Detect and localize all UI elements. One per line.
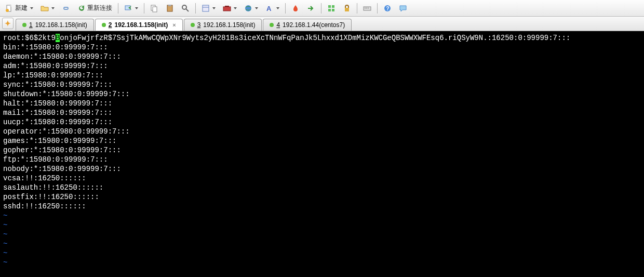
svg-rect-24: [368, 8, 369, 8]
font-icon: A: [265, 4, 274, 12]
terminal-line: halt:*:15980:0:99999:7:::: [3, 99, 112, 108]
svg-rect-16: [328, 5, 331, 8]
search-button[interactable]: [178, 2, 193, 15]
svg-rect-21: [364, 7, 371, 10]
vim-tilde: ~: [3, 221, 7, 229]
svg-rect-18: [328, 9, 331, 11]
status-dot-icon: [102, 23, 106, 27]
properties-icon: [202, 4, 210, 12]
vim-tilde: ~: [3, 212, 7, 220]
svg-point-2: [6, 9, 9, 12]
terminal-line: daemon:*:15980:0:99999:7:::: [3, 52, 121, 61]
svg-text:A: A: [266, 5, 272, 12]
dropdown-icon: [255, 7, 258, 9]
terminal-line: mail:*:15980:0:99999:7:::: [3, 109, 112, 117]
reconnect-button[interactable]: 重新连接: [74, 2, 115, 15]
terminal-line: gopher:*:15980:0:99999:7:::: [3, 146, 121, 154]
tab-number: 3: [197, 21, 201, 29]
tab-bar: ✦ 1 192.168.1.158(init) 2 192.168.1.158(…: [0, 17, 644, 31]
svg-rect-7: [168, 5, 171, 6]
globe-button[interactable]: [241, 2, 261, 15]
terminal-line: uucp:*:15980:0:99999:7:::: [3, 118, 112, 126]
search-icon: [181, 4, 190, 12]
copy-button[interactable]: [147, 2, 162, 15]
refresh-icon: [77, 4, 86, 12]
bubble-icon: [399, 4, 407, 12]
tab-label: 192.168.1.158(init): [203, 21, 255, 29]
vim-tilde: ~: [3, 249, 7, 257]
terminal-output[interactable]: root:$6$2kt9BonjoFwjrfzR$7SsjTkAMwCQWpXN…: [0, 31, 644, 277]
terminal-line: vcsa:!!:16250::::::: [3, 174, 86, 182]
svg-rect-13: [225, 6, 229, 7]
link-button[interactable]: [59, 2, 73, 15]
new-button[interactable]: 新建: [2, 2, 36, 15]
separator: [377, 3, 378, 14]
svg-rect-22: [365, 8, 366, 8]
separator: [321, 3, 321, 14]
terminal-line: ftp:*:15980:0:99999:7:::: [3, 155, 108, 164]
tab-4[interactable]: 4 192.168.1.44(centos7): [263, 19, 352, 31]
tile-button[interactable]: [324, 2, 339, 15]
terminal-line: operator:*:15980:0:99999:7:::: [3, 127, 130, 136]
link-icon: [62, 4, 70, 12]
vim-tilde: ~: [3, 230, 7, 239]
dropdown-icon: [276, 7, 279, 9]
new-label: 新建: [15, 4, 28, 12]
terminal-line: root:$6$2kt9BonjoFwjrfzR$7SsjTkAMwCQWpXN…: [3, 34, 570, 42]
svg-line-9: [186, 9, 189, 11]
lock-button[interactable]: [340, 2, 354, 15]
tools-icon: [223, 4, 231, 12]
send-button[interactable]: [121, 2, 141, 15]
dropdown-icon: [30, 7, 33, 9]
tab-2[interactable]: 2 192.168.1.158(init) ×: [95, 19, 183, 31]
svg-rect-19: [332, 9, 334, 11]
send-file-button[interactable]: [304, 2, 318, 15]
new-icon: [5, 4, 14, 12]
grid-icon: [327, 4, 336, 12]
separator: [144, 3, 144, 14]
font-button[interactable]: A: [262, 2, 283, 15]
separator: [195, 3, 196, 14]
svg-rect-10: [203, 5, 209, 11]
dropdown-icon: [234, 7, 237, 9]
fire-icon: [291, 4, 300, 12]
arrow-right-icon: [307, 4, 315, 12]
separator: [357, 3, 357, 14]
open-button[interactable]: [37, 2, 58, 15]
keyboard-button[interactable]: [360, 2, 374, 15]
tab-label: 192.168.1.158(init): [35, 21, 87, 29]
svg-rect-1: [10, 5, 11, 7]
svg-text:?: ?: [386, 6, 390, 11]
separator: [285, 3, 286, 14]
terminal-line: shutdown:*:15980:0:99999:7:::: [3, 90, 130, 98]
status-dot-icon: [22, 23, 26, 27]
properties-button[interactable]: [198, 2, 219, 15]
plus-icon: ✦: [5, 19, 11, 28]
tab-number: 4: [276, 21, 280, 29]
add-tab-button[interactable]: ✦: [2, 18, 14, 29]
tab-3[interactable]: 3 192.168.1.158(init): [184, 19, 262, 31]
tools-button[interactable]: [220, 2, 240, 15]
status-dot-icon: [270, 23, 274, 27]
terminal-line: nobody:*:15980:0:99999:7:::: [3, 165, 121, 173]
close-icon[interactable]: ×: [172, 22, 176, 28]
terminal-line: lp:*:15980:0:99999:7:::: [3, 71, 103, 80]
status-dot-icon: [191, 23, 195, 27]
cursor: B: [56, 34, 60, 42]
separator: [118, 3, 118, 14]
dropdown-icon: [212, 7, 216, 9]
svg-point-14: [245, 5, 251, 11]
terminal-line: games:*:15980:0:99999:7:::: [3, 137, 116, 145]
lock-icon: [343, 4, 351, 12]
tab-1[interactable]: 1 192.168.1.158(init): [16, 19, 94, 31]
help-button[interactable]: ?: [380, 2, 395, 15]
tab-number: 2: [109, 21, 112, 29]
script-button[interactable]: [288, 2, 303, 15]
chat-button[interactable]: [396, 2, 410, 15]
terminal-line: saslauth:!!:16250::::::: [3, 183, 103, 192]
paste-button[interactable]: [163, 2, 177, 15]
vim-tilde: ~: [3, 258, 7, 267]
svg-rect-17: [332, 5, 334, 8]
tab-label: 192.168.1.158(init): [114, 21, 168, 29]
reconnect-label: 重新连接: [87, 4, 112, 12]
